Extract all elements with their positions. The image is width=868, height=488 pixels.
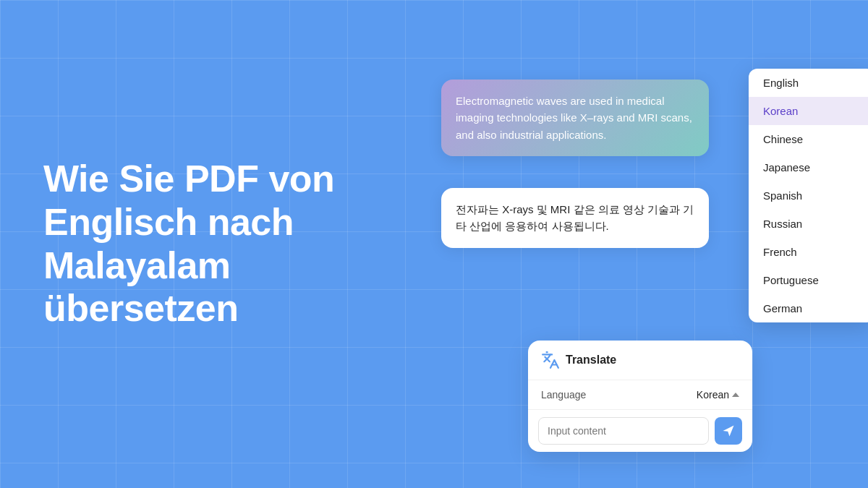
english-bubble: Electromagnetic waves are used in medica… (441, 80, 709, 156)
dropdown-item-korean[interactable]: Korean (749, 97, 868, 125)
dropdown-item-russian[interactable]: Russian (749, 210, 868, 238)
korean-bubble: 전자파는 X-rays 및 MRI 같은 의료 영상 기술과 기타 산업에 응용… (441, 188, 709, 248)
language-row: Language Korean (528, 380, 752, 410)
korean-bubble-text: 전자파는 X-rays 및 MRI 같은 의료 영상 기술과 기타 산업에 응용… (456, 203, 694, 232)
translate-panel: Translate Language Korean (528, 341, 752, 452)
chevron-up-icon (732, 393, 739, 397)
dropdown-item-english[interactable]: English (749, 69, 868, 97)
translate-panel-title: Translate (566, 354, 616, 367)
translate-input[interactable] (538, 417, 709, 445)
dropdown-item-chinese[interactable]: Chinese (749, 125, 868, 153)
send-icon (722, 424, 735, 437)
left-section: Wie Sie PDF von Englisch nach Malayalam … (0, 158, 434, 330)
translate-header: Translate (528, 341, 752, 380)
hero-title: Wie Sie PDF von Englisch nach Malayalam … (43, 158, 391, 330)
right-section: Electromagnetic waves are used in medica… (434, 0, 868, 488)
language-label: Language (541, 389, 586, 401)
dropdown-item-spanish[interactable]: Spanish (749, 181, 868, 210)
dropdown-item-portuguese[interactable]: Portuguese (749, 266, 868, 294)
dropdown-item-german[interactable]: German (749, 294, 868, 322)
translate-icon (541, 351, 560, 369)
language-value-container[interactable]: Korean (697, 389, 739, 401)
translate-input-row (528, 410, 752, 452)
language-dropdown: English Korean Chinese Japanese Spanish … (749, 69, 868, 322)
send-button[interactable] (715, 417, 742, 445)
main-container: Wie Sie PDF von Englisch nach Malayalam … (0, 0, 868, 488)
dropdown-item-japanese[interactable]: Japanese (749, 153, 868, 181)
dropdown-item-french[interactable]: French (749, 238, 868, 266)
language-selected-value: Korean (697, 389, 729, 401)
english-bubble-text: Electromagnetic waves are used in medica… (456, 95, 692, 141)
